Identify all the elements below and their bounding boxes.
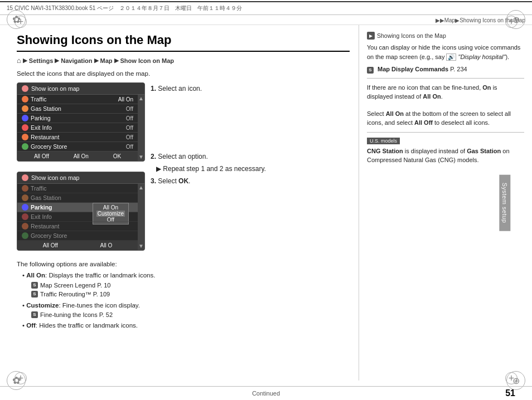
step-1-num: 1.: [151, 85, 156, 92]
row-label-1: Traffic: [22, 96, 47, 103]
breadcrumb-top: ▶▶Map▶Showing Icons on the Map: [0, 15, 532, 25]
ref-traffic: S Traffic Rerouting™ P. 109: [31, 290, 350, 299]
screenshot-2-header: Show icon on map: [17, 172, 144, 184]
step-1: 1. Select an icon.: [151, 85, 350, 92]
top-bar-left: 15 CIVIC NAVI-31TK38300.book 51 ページ ２０１４…: [7, 4, 242, 12]
step-2-sub: ▶ Repeat step 1 and 2 as necessary.: [156, 165, 350, 173]
screenshot-2-inner: Traffic Gas Station Parking All On Cu: [17, 184, 144, 250]
nav-separator-2: ▶: [55, 57, 59, 64]
s2-name-6: Grocery Store: [31, 232, 67, 239]
main-content: Showing Icons on the Map ⌂ ▶ Settings ▶ …: [0, 25, 532, 381]
note-say-icon: 🔊: [446, 53, 456, 61]
table-row-2: Gas Station Off: [17, 104, 138, 114]
row-icon-1: [22, 96, 28, 103]
step-3: 3. Select OK.: [151, 177, 350, 185]
us-models-badge: U.S. models: [367, 137, 524, 147]
row-icon-3: [22, 115, 28, 121]
scroll-up-1: ▲: [138, 95, 144, 103]
nav-navigation: Navigation: [61, 57, 92, 64]
row-val-6: Off: [126, 144, 133, 150]
scroll-up-2: ▲: [138, 184, 144, 192]
divider-1: [367, 78, 524, 79]
note-text: You can display or hide the icons using …: [367, 43, 524, 61]
s2-row-1: Traffic: [17, 184, 138, 193]
ref-map-screen-text: Map Screen Legend P. 10: [40, 281, 110, 290]
ref-icon-1: S: [31, 282, 38, 289]
row-val-4: Off: [126, 125, 133, 131]
scroll-down-2: ▼: [138, 242, 144, 250]
corner-circle-tl: ✿: [7, 10, 26, 29]
screenshot-1-inner: Traffic All On Gas Station Off: [17, 95, 144, 161]
s2-name-5: Restaurant: [31, 223, 59, 230]
s2-icon-5: [22, 223, 28, 230]
note-icon: ▶: [367, 32, 375, 40]
row-label-4: Exit Info: [22, 124, 52, 131]
nav-separator-1: ▶: [23, 57, 27, 64]
select-allon-text: Select All On at the bottom of the scree…: [367, 109, 524, 128]
row-val-2: Off: [126, 106, 133, 112]
note-text-italic: "Display hospital": [456, 53, 505, 60]
ref-icon-2: S: [31, 291, 38, 297]
fine-tune-text: If there are no icon that can be fine-tu…: [367, 83, 524, 101]
row-icon-4: [22, 124, 28, 131]
us-models-label: U.S. models: [367, 138, 400, 144]
system-setup-tab: System setup: [500, 175, 511, 231]
nav-separator-3: ▶: [94, 57, 99, 64]
s2-name-2: Gas Station: [31, 194, 61, 201]
nav-breadcrumb: ⌂ ▶ Settings ▶ Navigation ▶ Map ▶ Show I…: [17, 56, 350, 65]
divider-2: [367, 132, 524, 133]
nav-show-icon: Show Icon on Map: [120, 57, 175, 64]
row-icon-2: [22, 105, 28, 112]
map-display-text: Map Display Commands: [378, 66, 448, 72]
row-val-1: All On: [118, 96, 133, 103]
ref-map-screen: S Map Screen Legend P. 10: [31, 281, 350, 290]
s2-icon-4: [22, 213, 28, 220]
screenshot-2-title: Show icon on map: [31, 174, 79, 181]
screenshot-1: Show icon on map Traffic All On: [17, 82, 145, 162]
s2-name-3: Parking: [31, 204, 52, 211]
row-name-4: Exit Info: [31, 124, 52, 131]
s2-row-3: Parking All On Customize Off: [17, 203, 138, 212]
options-intro: The following options are available:: [17, 260, 350, 269]
table-row-3: Parking Off: [17, 114, 138, 123]
screenshot-1-footer: All Off All On OK: [17, 152, 138, 161]
map-display-icon: S: [367, 67, 374, 74]
row-val-3: Off: [126, 115, 133, 121]
footer-alloff: All Off: [34, 153, 49, 159]
row-label-5: Restaurant: [22, 134, 59, 140]
option-customize: • Customize: Fine-tunes the icon display…: [22, 301, 350, 320]
ref-traffic-text: Traffic Rerouting™ P. 109: [40, 290, 110, 299]
s2-icon-6: [22, 232, 28, 239]
footer-ok: OK: [113, 153, 121, 159]
row-name-2: Gas Station: [31, 105, 61, 112]
screenshots-col: Show icon on map Traffic All On: [17, 82, 145, 256]
nav-settings: Settings: [29, 57, 53, 64]
bottom-bar: Continued 51: [0, 386, 532, 400]
screenshot-2-table: Traffic Gas Station Parking All On Cu: [17, 184, 138, 241]
page-number: 51: [505, 388, 515, 398]
row-name-3: Parking: [31, 115, 51, 121]
s2-icon-2: [22, 194, 28, 201]
screenshot-1-title: Show icon on map: [31, 85, 79, 92]
s2-row-5: Restaurant: [17, 222, 138, 231]
map-display-page: P. 234: [450, 66, 467, 72]
screenshot-1-header: Show icon on map: [17, 83, 144, 95]
step-1-text: Select an icon.: [158, 85, 202, 92]
ref-icon-3: S: [31, 311, 38, 318]
step-spacer: [151, 97, 350, 153]
s2-row-4: Exit Info: [17, 212, 138, 222]
nav-map: Map: [100, 57, 113, 64]
row-val-5: Off: [126, 134, 133, 140]
row-name-1: Traffic: [31, 96, 47, 103]
continued-text: Continued: [252, 390, 280, 397]
row-label-6: Grocery Store: [22, 143, 67, 150]
s2-footer-alloff: All Off: [43, 242, 58, 248]
home-icon: ⌂: [17, 56, 21, 65]
ref-finetune-text: Fine-tuning the Icons P. 52: [40, 310, 113, 320]
nav-separator-4: ▶: [114, 57, 119, 64]
s2-name-4: Exit Info: [31, 213, 52, 220]
note-text-2: ).: [505, 53, 509, 60]
screenshot-2-content: Traffic Gas Station Parking All On Cu: [17, 184, 138, 250]
row-icon-5: [22, 134, 28, 140]
row-name-5: Restaurant: [31, 134, 59, 140]
